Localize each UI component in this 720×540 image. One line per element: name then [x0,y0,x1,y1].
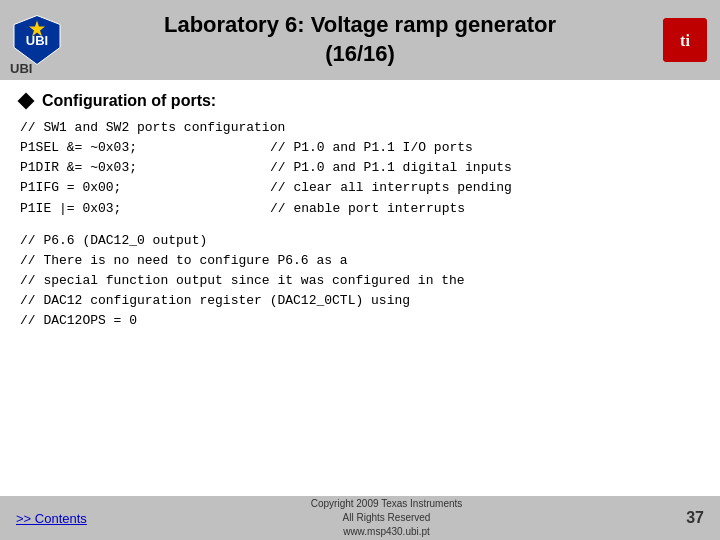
p6-comment-block: // P6.6 (DAC12_0 output) // There is no … [20,231,700,332]
ubi-text-label: UBI [10,61,32,76]
footer: >> Contents Copyright 2009 Texas Instrum… [0,496,720,540]
svg-text:UBI: UBI [26,33,48,48]
page-number: 37 [686,509,704,527]
code-block: // SW1 and SW2 ports configuration P1SEL… [20,118,700,219]
code-line-4: P1IE |= 0x03; // enable port interrupts [20,199,700,219]
p6-comment-5: // DAC12OPS = 0 [20,311,700,331]
code-line-3: P1IFG = 0x00; // clear all interrupts pe… [20,178,700,198]
contents-link[interactable]: >> Contents [16,511,87,526]
header: UBI Laboratory 6: Voltage ramp generator… [0,0,720,80]
code-comment-1: // SW1 and SW2 ports configuration [20,118,700,138]
ti-logo: ti [660,15,710,65]
footer-copyright: Copyright 2009 Texas Instruments All Rig… [311,497,463,539]
p6-comment-4: // DAC12 configuration register (DAC12_0… [20,291,700,311]
code-line-1: P1SEL &= ~0x03; // P1.0 and P1.1 I/O por… [20,138,700,158]
svg-text:ti: ti [680,32,690,49]
p6-comment-3: // special function output since it was … [20,271,700,291]
p6-comment-1: // P6.6 (DAC12_0 output) [20,231,700,251]
section-title: Configuration of ports: [20,92,700,110]
main-content: Configuration of ports: // SW1 and SW2 p… [0,80,720,351]
slide-title: Laboratory 6: Voltage ramp generator (16… [164,11,556,68]
p6-comment-2: // There is no need to configure P6.6 as… [20,251,700,271]
diamond-icon [18,93,35,110]
code-line-2: P1DIR &= ~0x03; // P1.0 and P1.1 digital… [20,158,700,178]
ubi-logo: UBI [10,13,65,68]
